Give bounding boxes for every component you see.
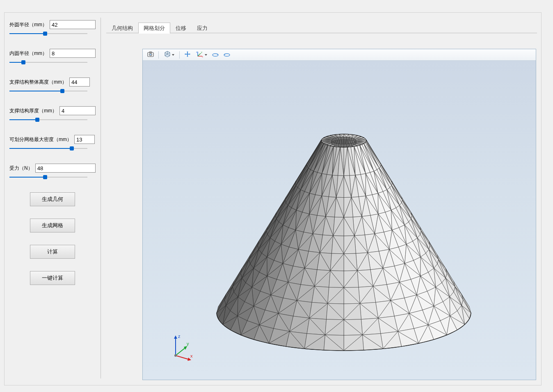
svg-marker-961 — [334, 143, 336, 146]
mesh-density-slider[interactable] — [9, 146, 87, 151]
sidebar: 外圆半径（mm） 内圆半径（mm） 支撑结构整体高度（mm） — [9, 20, 96, 297]
rotate-ccw-icon — [223, 51, 231, 59]
axes-icon: zyx — [196, 51, 203, 59]
param-force: 受力（N） — [9, 164, 96, 180]
axes-button[interactable]: zyx — [194, 50, 209, 59]
svg-marker-971 — [341, 137, 344, 139]
viewport-container: zyx z — [142, 49, 536, 380]
param-label: 支撑结构厚度（mm） — [9, 107, 57, 114]
outer-radius-slider[interactable] — [9, 31, 87, 36]
mesh-density-input[interactable] — [74, 135, 95, 144]
force-slider[interactable] — [9, 174, 87, 180]
svg-text:y: y — [201, 51, 202, 53]
height-slider[interactable] — [9, 88, 87, 94]
svg-marker-969 — [336, 137, 338, 140]
cube-view-icon — [164, 51, 171, 59]
svg-marker-972 — [344, 137, 347, 139]
svg-text:z: z — [178, 334, 181, 339]
generate-mesh-button[interactable]: 生成网格 — [30, 219, 75, 232]
vertical-divider — [101, 18, 101, 378]
param-outer-radius: 外圆半径（mm） — [9, 20, 96, 36]
param-label: 可划分网格最大密度（mm） — [9, 136, 72, 143]
screenshot-button[interactable] — [145, 50, 156, 59]
rotate-cw-icon — [212, 51, 219, 59]
chevron-down-icon — [172, 54, 174, 56]
height-input[interactable] — [69, 77, 90, 87]
tab-panel-border — [106, 33, 537, 33]
svg-marker-975 — [352, 138, 354, 141]
toolbar-separator — [158, 51, 159, 59]
viewport-toolbar: zyx — [143, 49, 536, 61]
thickness-input[interactable] — [59, 106, 96, 115]
toolbar-separator — [179, 51, 180, 59]
param-label: 内圆半径（mm） — [9, 50, 47, 57]
force-input[interactable] — [35, 164, 96, 173]
param-label: 外圆半径（mm） — [9, 21, 47, 28]
svg-text:x: x — [190, 353, 193, 358]
pan-icon — [184, 51, 191, 59]
svg-marker-960 — [336, 144, 338, 146]
tabstrip: 几何结构 网格划分 位移 应力 — [106, 24, 213, 33]
svg-text:y: y — [187, 341, 189, 346]
viewport-3d[interactable]: z y x — [143, 61, 536, 380]
svg-marker-962 — [333, 142, 334, 146]
svg-marker-954 — [352, 143, 354, 146]
chevron-down-icon — [205, 54, 207, 56]
thickness-slider[interactable] — [9, 117, 87, 123]
svg-line-983 — [176, 347, 186, 356]
param-thickness: 支撑结构厚度（mm） — [9, 106, 96, 123]
svg-marker-955 — [349, 144, 352, 146]
compute-button[interactable]: 计算 — [30, 245, 75, 259]
view-preset-button[interactable] — [161, 50, 177, 59]
axis-gizmo: z y x — [167, 333, 196, 362]
tab-stress[interactable]: 应力 — [192, 23, 213, 34]
svg-marker-953 — [354, 142, 355, 146]
app-frame: 外圆半径（mm） 内圆半径（mm） 支撑结构整体高度（mm） — [4, 12, 542, 385]
svg-text:z: z — [196, 51, 197, 53]
param-label: 支撑结构整体高度（mm） — [9, 79, 67, 86]
inner-radius-slider[interactable] — [9, 59, 87, 65]
svg-marker-959 — [338, 144, 341, 147]
param-label: 受力（N） — [9, 165, 33, 172]
camera-icon — [147, 51, 154, 58]
svg-rect-5 — [185, 54, 190, 55]
svg-marker-973 — [347, 137, 349, 140]
svg-marker-974 — [349, 137, 352, 140]
svg-marker-976 — [354, 139, 355, 142]
rotate-ccw-button[interactable] — [222, 50, 232, 59]
tab-geometry[interactable]: 几何结构 — [106, 23, 138, 34]
svg-line-986 — [176, 356, 190, 360]
tab-displacement[interactable]: 位移 — [170, 23, 192, 34]
compute-all-button[interactable]: 一键计算 — [30, 271, 75, 285]
svg-marker-968 — [334, 138, 336, 141]
svg-point-2 — [150, 54, 151, 55]
cone-mesh-render — [143, 61, 536, 380]
svg-point-989 — [174, 354, 177, 357]
svg-marker-970 — [338, 137, 341, 140]
svg-marker-957 — [344, 144, 347, 147]
generate-geometry-button[interactable]: 生成几何 — [30, 192, 75, 206]
svg-line-8 — [198, 53, 201, 56]
svg-marker-981 — [174, 335, 177, 339]
svg-marker-958 — [341, 144, 344, 147]
svg-marker-978 — [356, 140, 356, 143]
svg-text:x: x — [202, 55, 203, 57]
outer-radius-input[interactable] — [50, 20, 96, 29]
svg-marker-967 — [333, 139, 334, 142]
svg-marker-956 — [347, 144, 349, 147]
param-mesh-density: 可划分网格最大密度（mm） — [9, 135, 96, 151]
svg-marker-984 — [184, 346, 187, 350]
pan-button[interactable] — [182, 50, 193, 59]
tab-mesh[interactable]: 网格划分 — [138, 23, 170, 34]
inner-radius-input[interactable] — [50, 49, 96, 58]
rotate-cw-button[interactable] — [210, 50, 221, 59]
param-height: 支撑结构整体高度（mm） — [9, 77, 96, 94]
param-inner-radius: 内圆半径（mm） — [9, 49, 96, 65]
